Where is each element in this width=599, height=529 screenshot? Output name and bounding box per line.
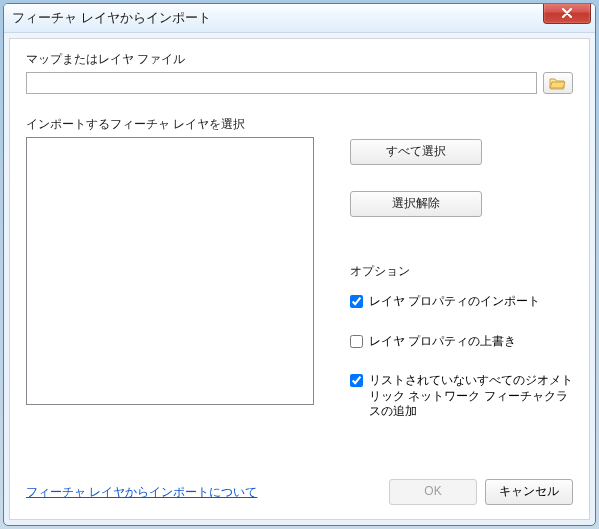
option-add-unlisted-label: リストされていないすべてのジオメトリック ネットワーク フィーチャクラスの追加 <box>369 373 573 420</box>
folder-open-icon <box>549 76 567 90</box>
file-row <box>26 72 573 94</box>
browse-button[interactable] <box>543 72 573 94</box>
option-overwrite-props[interactable]: レイヤ プロパティの上書き <box>350 334 573 350</box>
options-title: オプション <box>350 263 573 280</box>
title-bar: フィーチャ レイヤからインポート <box>4 4 595 33</box>
window-title: フィーチャ レイヤからインポート <box>12 9 211 27</box>
close-button[interactable] <box>543 3 591 24</box>
option-import-props-checkbox[interactable] <box>350 295 363 308</box>
listbox-label: インポートするフィーチャ レイヤを選択 <box>26 116 573 133</box>
client-area: マップまたはレイヤ ファイル インポートするフィーチャ レイヤを選択 すべて選択 <box>9 38 590 520</box>
cancel-button[interactable]: キャンセル <box>485 479 573 505</box>
ok-button[interactable]: OK <box>389 479 477 505</box>
clear-selection-button[interactable]: 選択解除 <box>350 191 482 217</box>
close-icon <box>561 8 573 18</box>
help-link[interactable]: フィーチャ レイヤからインポートについて <box>26 484 257 501</box>
select-all-button[interactable]: すべて選択 <box>350 139 482 165</box>
option-add-unlisted[interactable]: リストされていないすべてのジオメトリック ネットワーク フィーチャクラスの追加 <box>350 373 573 420</box>
option-overwrite-props-label: レイヤ プロパティの上書き <box>369 334 516 350</box>
option-import-props-label: レイヤ プロパティのインポート <box>369 294 540 310</box>
layer-listbox[interactable] <box>26 137 314 405</box>
dialog-footer: フィーチャ レイヤからインポートについて OK キャンセル <box>26 465 573 505</box>
file-label: マップまたはレイヤ ファイル <box>26 51 573 68</box>
dialog-window: フィーチャ レイヤからインポート マップまたはレイヤ ファイル <box>3 3 596 526</box>
option-import-props[interactable]: レイヤ プロパティのインポート <box>350 294 573 310</box>
side-column: すべて選択 選択解除 オプション レイヤ プロパティのインポート レイヤ プロパ… <box>350 137 573 420</box>
option-add-unlisted-checkbox[interactable] <box>350 374 363 387</box>
file-input[interactable] <box>26 72 537 94</box>
option-overwrite-props-checkbox[interactable] <box>350 335 363 348</box>
